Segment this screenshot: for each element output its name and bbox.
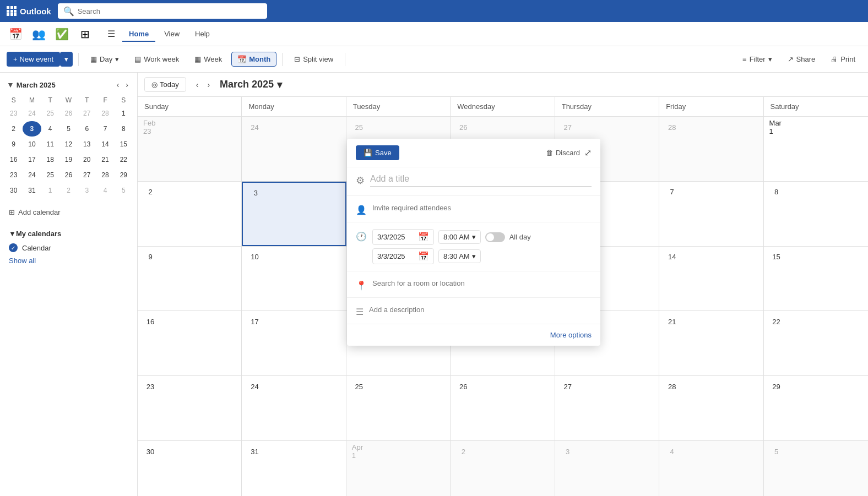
week-view-button[interactable]: ▦ Week xyxy=(188,52,228,67)
people-app-icon[interactable]: 👥 xyxy=(28,23,50,45)
cal-cell-apr4[interactable]: 4 xyxy=(659,441,763,496)
print-button[interactable]: 🖨 Print xyxy=(824,52,861,67)
cal-cell-feb24[interactable]: 24 xyxy=(242,117,346,181)
start-date-picker[interactable]: 📅 xyxy=(372,229,434,245)
cal-cell-mar16[interactable]: 16 xyxy=(138,311,242,375)
calendar-item-calendar[interactable]: ✓ Calendar xyxy=(4,241,133,254)
new-event-dropdown[interactable]: ▾ xyxy=(60,52,73,67)
cal-cell-mar23[interactable]: 23 xyxy=(138,376,242,440)
cal-cell-mar25[interactable]: 25 xyxy=(346,376,451,440)
cal-cell-mar24[interactable]: 24 xyxy=(242,376,346,440)
start-time-select[interactable]: 8:00 AM ▾ xyxy=(438,230,481,244)
cal-cell-apr2[interactable]: 2 xyxy=(451,441,555,496)
mini-cal-cell[interactable]: 16 xyxy=(4,152,23,167)
mini-cal-cell[interactable]: 26 xyxy=(59,167,78,183)
mini-cal-cell[interactable]: 14 xyxy=(96,137,114,152)
mini-cal-cell[interactable]: 25 xyxy=(41,106,59,121)
month-title[interactable]: March 2025 ▾ xyxy=(220,79,282,91)
apps-app-icon[interactable]: ⊞ xyxy=(74,23,96,45)
mini-cal-cell[interactable]: 28 xyxy=(96,167,114,183)
share-button[interactable]: ↗ Share xyxy=(782,52,822,67)
cal-cell-mar9[interactable]: 9 xyxy=(138,247,242,311)
mini-cal-cell[interactable]: 3 xyxy=(78,183,96,198)
cal-cell-mar1[interactable]: Mar 1 xyxy=(764,117,868,181)
event-title-input[interactable] xyxy=(370,174,592,187)
mini-cal-cell[interactable]: 17 xyxy=(23,152,41,167)
mini-cal-collapse-button[interactable]: ▼ xyxy=(7,80,14,89)
mini-cal-cell[interactable]: 13 xyxy=(78,137,96,152)
next-month-button[interactable]: › xyxy=(204,78,213,91)
split-view-button[interactable]: ⊟ Split view xyxy=(288,52,339,67)
mini-cal-cell[interactable]: 5 xyxy=(115,183,133,198)
description-input[interactable] xyxy=(369,306,592,314)
hamburger-menu[interactable]: ☰ xyxy=(102,25,120,43)
location-input[interactable] xyxy=(372,279,592,287)
cal-cell-mar7[interactable]: 7 xyxy=(659,182,763,246)
mini-cal-cell[interactable]: 20 xyxy=(78,152,96,167)
cal-cell-mar2[interactable]: 2 xyxy=(138,182,242,246)
mini-cal-cell[interactable]: 1 xyxy=(115,106,133,121)
popup-expand-button[interactable]: ⤢ xyxy=(584,148,592,158)
mini-cal-cell[interactable]: 11 xyxy=(41,137,59,152)
mini-cal-cell[interactable]: 18 xyxy=(41,152,59,167)
cal-cell-mar14[interactable]: 14 xyxy=(659,247,763,311)
filter-button[interactable]: ≡ Filter ▾ xyxy=(736,52,778,67)
cal-cell-apr5[interactable]: 5 xyxy=(764,441,868,496)
cal-cell-mar17[interactable]: 17 xyxy=(242,311,346,375)
cal-cell-mar26[interactable]: 26 xyxy=(451,376,555,440)
mini-cal-cell[interactable]: 6 xyxy=(78,121,96,137)
mini-cal-cell[interactable]: 22 xyxy=(115,152,133,167)
tasks-app-icon[interactable]: ✅ xyxy=(51,23,73,45)
cal-cell-apr3[interactable]: 3 xyxy=(555,441,659,496)
tab-home[interactable]: Home xyxy=(122,26,155,41)
mini-cal-cell[interactable]: 2 xyxy=(4,121,23,137)
cal-cell-mar15[interactable]: 15 xyxy=(764,247,868,311)
mini-cal-cell[interactable]: 28 xyxy=(96,106,114,121)
mini-cal-cell[interactable]: 29 xyxy=(115,167,133,183)
mini-cal-cell[interactable]: 30 xyxy=(4,183,23,198)
mini-cal-cell[interactable]: 15 xyxy=(115,137,133,152)
start-date-input[interactable] xyxy=(377,233,416,241)
mini-cal-cell[interactable]: 4 xyxy=(96,183,114,198)
mini-cal-cell[interactable]: 10 xyxy=(23,137,41,152)
add-calendar-button[interactable]: ⊞ Add calendar xyxy=(4,205,133,220)
cal-cell-mar10[interactable]: 10 xyxy=(242,247,346,311)
search-input[interactable] xyxy=(78,7,262,15)
new-event-button[interactable]: + New event xyxy=(7,52,60,67)
end-time-select[interactable]: 8:30 AM ▾ xyxy=(438,249,481,263)
cal-cell-mar8[interactable]: 8 xyxy=(764,182,868,246)
mini-cal-cell[interactable]: 31 xyxy=(23,183,41,198)
cal-cell-mar31[interactable]: 31 xyxy=(242,441,346,496)
cal-cell-mar22[interactable]: 22 xyxy=(764,311,868,375)
mini-cal-cell[interactable]: 8 xyxy=(115,121,133,137)
mini-cal-cell[interactable]: 7 xyxy=(96,121,114,137)
cal-cell-feb23[interactable]: Feb 23 xyxy=(138,117,242,181)
mini-cal-cell[interactable]: 2 xyxy=(59,183,78,198)
cal-cell-mar28[interactable]: 28 xyxy=(659,376,763,440)
mini-cal-cell[interactable]: 26 xyxy=(59,106,78,121)
mini-cal-cell[interactable]: 24 xyxy=(23,167,41,183)
mini-cal-cell[interactable]: 25 xyxy=(41,167,59,183)
today-button[interactable]: ◎ Today xyxy=(144,77,186,92)
mini-cal-cell[interactable]: 23 xyxy=(4,106,23,121)
calendar-app-icon[interactable]: 📅 xyxy=(4,23,26,45)
mini-cal-cell[interactable]: 21 xyxy=(96,152,114,167)
mini-cal-cell[interactable]: 19 xyxy=(59,152,78,167)
my-calendars-header[interactable]: ▼ My calendars xyxy=(4,226,133,241)
mini-cal-cell[interactable]: 27 xyxy=(78,106,96,121)
mini-cal-today[interactable]: 3 xyxy=(23,121,41,137)
month-view-button[interactable]: 📆 Month xyxy=(231,52,276,67)
mini-cal-cell[interactable]: 9 xyxy=(4,137,23,152)
end-date-picker[interactable]: 📅 xyxy=(372,248,434,264)
popup-discard-button[interactable]: 🗑 Discard xyxy=(546,149,580,157)
day-view-button[interactable]: ▦ Day ▾ xyxy=(84,52,125,67)
end-date-input[interactable] xyxy=(377,252,416,260)
popup-save-button[interactable]: 💾 Save xyxy=(356,145,399,160)
workweek-view-button[interactable]: ▤ Work week xyxy=(128,52,185,67)
attendees-input[interactable] xyxy=(372,204,592,212)
cal-cell-mar27[interactable]: 27 xyxy=(555,376,659,440)
mini-cal-cell[interactable]: 27 xyxy=(78,167,96,183)
cal-cell-mar3[interactable]: 3 xyxy=(242,182,346,246)
more-options-button[interactable]: More options xyxy=(550,331,592,339)
mini-cal-cell[interactable]: 24 xyxy=(23,106,41,121)
